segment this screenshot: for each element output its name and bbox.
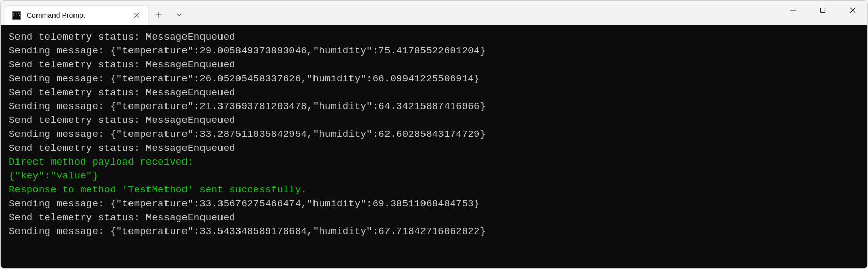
close-window-button[interactable] <box>838 1 867 20</box>
minimize-icon <box>790 7 796 13</box>
tab-dropdown-button[interactable] <box>169 5 190 25</box>
terminal-line: Sending message: {"temperature":29.00584… <box>9 44 859 58</box>
close-icon <box>134 13 139 18</box>
chevron-down-icon <box>176 12 182 18</box>
terminal-output[interactable]: Send telemetry status: MessageEnqueuedSe… <box>1 25 867 268</box>
terminal-line: Send telemetry status: MessageEnqueued <box>9 141 859 155</box>
window-controls <box>778 1 867 25</box>
terminal-line: Send telemetry status: MessageEnqueued <box>9 211 859 225</box>
terminal-line: Send telemetry status: MessageEnqueued <box>9 30 859 44</box>
minimize-button[interactable] <box>778 1 808 20</box>
terminal-line: Sending message: {"temperature":33.28751… <box>9 128 859 141</box>
tabs-area: C:\ Command Prompt <box>1 1 190 25</box>
terminal-line: {"key":"value"} <box>9 169 859 183</box>
maximize-button[interactable] <box>808 1 838 20</box>
tab-command-prompt[interactable]: C:\ Command Prompt <box>5 5 149 25</box>
titlebar: C:\ Command Prompt <box>1 1 867 25</box>
maximize-icon <box>820 7 826 13</box>
new-tab-button[interactable] <box>149 5 169 25</box>
terminal-line: Send telemetry status: MessageEnqueued <box>9 114 859 128</box>
terminal-line: Sending message: {"temperature":33.35676… <box>9 197 859 211</box>
tab-title: Command Prompt <box>27 11 125 20</box>
close-icon <box>849 7 856 13</box>
command-prompt-icon: C:\ <box>12 11 21 20</box>
terminal-line: Response to method 'TestMethod' sent suc… <box>9 183 859 197</box>
terminal-line: Sending message: {"temperature":21.37369… <box>9 100 859 114</box>
terminal-line: Direct method payload received: <box>9 155 859 169</box>
tab-close-button[interactable] <box>132 10 142 21</box>
terminal-line: Send telemetry status: MessageEnqueued <box>9 58 859 72</box>
svg-rect-5 <box>821 8 825 13</box>
terminal-line: Send telemetry status: MessageEnqueued <box>9 86 859 100</box>
terminal-line: Sending message: {"temperature":26.05205… <box>9 72 859 86</box>
terminal-line: Sending message: {"temperature":33.54334… <box>9 225 859 239</box>
plus-icon <box>156 12 162 18</box>
